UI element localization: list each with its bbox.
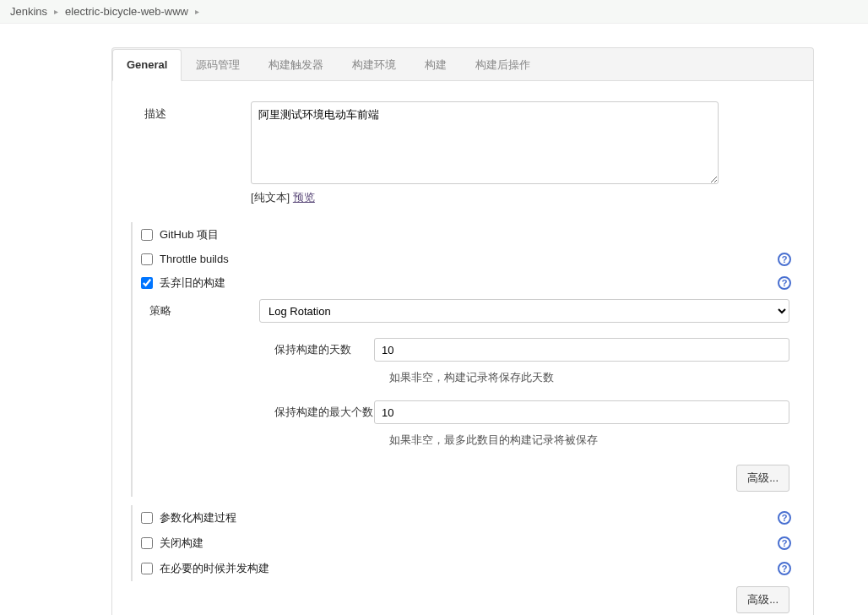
max-keep-label: 保持构建的最大个数 [259, 405, 374, 420]
throttle-builds-checkbox[interactable] [141, 253, 153, 265]
help-icon[interactable]: ? [778, 276, 791, 290]
tab-env[interactable]: 构建环境 [338, 49, 410, 81]
help-icon[interactable]: ? [778, 253, 791, 266]
github-project-checkbox[interactable] [141, 229, 153, 241]
plaintext-label: [纯文本] [251, 191, 293, 204]
breadcrumb-jenkins[interactable]: Jenkins [10, 5, 47, 18]
description-hint: [纯文本] 预览 [251, 190, 798, 205]
throttle-builds-row: Throttle builds ? [133, 248, 798, 270]
discard-old-label: 丢弃旧的构建 [160, 275, 225, 291]
discard-old-row: 丢弃旧的构建 ? [133, 270, 798, 296]
description-textarea[interactable]: 阿里测试环境电动车前端 [251, 101, 719, 184]
help-icon[interactable]: ? [778, 536, 791, 550]
chevron-right-icon: ▸ [195, 7, 199, 16]
config-tabbar: General 源码管理 构建触发器 构建环境 构建 构建后操作 [111, 47, 814, 80]
disable-build-row: 关闭构建 ? [133, 531, 798, 556]
config-panel: 描述 阿里测试环境电动车前端 [纯文本] 预览 GitHub 项目 Thrott… [111, 80, 814, 615]
tab-general[interactable]: General [112, 49, 182, 81]
github-project-row: GitHub 项目 [133, 222, 798, 248]
strategy-label: 策略 [149, 303, 259, 318]
breadcrumb: Jenkins ▸ electric-bicycle-web-www ▸ [0, 0, 868, 24]
days-keep-input[interactable] [374, 338, 789, 362]
throttle-builds-label: Throttle builds [160, 253, 229, 265]
chevron-right-icon: ▸ [54, 7, 58, 16]
preview-link[interactable]: 预览 [293, 191, 315, 204]
parameterized-checkbox[interactable] [141, 512, 153, 524]
github-project-label: GitHub 项目 [160, 227, 219, 242]
parameterized-row: 参数化构建过程 ? [133, 505, 798, 531]
disable-build-label: 关闭构建 [160, 536, 203, 551]
max-keep-hint: 如果非空，最多此数目的构建记录将被保存 [259, 433, 798, 448]
days-keep-hint: 如果非空，构建记录将保存此天数 [259, 370, 798, 385]
help-icon[interactable]: ? [778, 511, 791, 525]
parameterized-label: 参数化构建过程 [160, 510, 236, 525]
breadcrumb-project[interactable]: electric-bicycle-web-www [65, 5, 188, 18]
concurrent-build-row: 在必要的时候并发构建 ? [133, 556, 798, 581]
strategy-select[interactable]: Log Rotation [259, 299, 789, 323]
disable-build-checkbox[interactable] [141, 537, 153, 549]
help-icon[interactable]: ? [778, 562, 791, 575]
tab-triggers[interactable]: 构建触发器 [254, 49, 338, 81]
concurrent-build-checkbox[interactable] [141, 563, 153, 574]
tab-post[interactable]: 构建后操作 [461, 49, 545, 81]
advanced-button-bottom[interactable]: 高级... [736, 586, 789, 613]
max-keep-input[interactable] [374, 400, 789, 424]
tab-build[interactable]: 构建 [410, 49, 461, 81]
description-label: 描述 [127, 101, 251, 122]
discard-old-checkbox[interactable] [141, 277, 153, 289]
concurrent-build-label: 在必要的时候并发构建 [160, 561, 269, 576]
tab-scm[interactable]: 源码管理 [182, 49, 254, 81]
advanced-button[interactable]: 高级... [736, 465, 789, 492]
days-keep-label: 保持构建的天数 [259, 342, 374, 357]
